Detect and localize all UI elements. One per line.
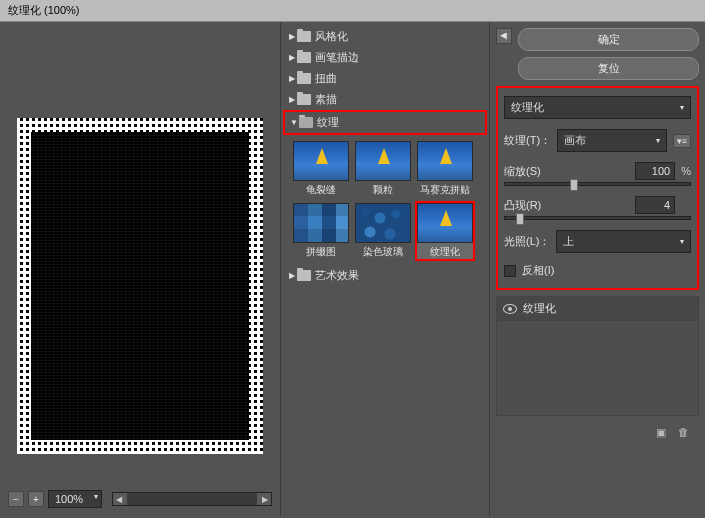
folder-icon <box>297 52 311 63</box>
light-row: 光照(L)： 上 ▾ <box>504 230 691 253</box>
visibility-eye-icon[interactable] <box>503 304 517 314</box>
top-buttons: ⯇ 确定 复位 <box>496 28 699 80</box>
category-distort[interactable]: ▶ 扭曲 <box>283 68 487 89</box>
thumb-image <box>293 141 349 181</box>
category-texture[interactable]: ▼ 纹理 <box>285 112 485 133</box>
thumb-label: 龟裂缝 <box>306 183 336 197</box>
delete-effect-layer-button[interactable]: 🗑 <box>678 426 689 439</box>
relief-slider[interactable] <box>504 216 691 220</box>
chevron-down-icon: ▾ <box>680 103 684 112</box>
thumb-image <box>417 141 473 181</box>
thumb-texturizer[interactable]: 纹理化 <box>415 201 475 261</box>
thumb-image <box>293 203 349 243</box>
light-value: 上 <box>563 234 574 249</box>
thumb-label: 染色玻璃 <box>363 245 403 259</box>
category-label: 纹理 <box>317 115 339 130</box>
preview-texture-border <box>17 118 263 454</box>
preview-pane: − + 100% ◀ ▶ <box>0 22 280 516</box>
twisty-icon: ▶ <box>287 53 297 62</box>
folder-icon <box>297 31 311 42</box>
effect-layers-panel: 纹理化 <box>496 296 699 416</box>
texture-value: 画布 <box>564 133 586 148</box>
zoom-value: 100% <box>55 493 83 505</box>
slider-handle[interactable] <box>516 213 524 225</box>
thumb-image <box>355 203 411 243</box>
preview-canvas[interactable] <box>4 86 276 486</box>
category-sketch[interactable]: ▶ 素描 <box>283 89 487 110</box>
relief-group: 凸现(R) 4 <box>504 196 691 220</box>
thumb-craquelure[interactable]: 龟裂缝 <box>291 139 351 199</box>
window-titlebar: 纹理化 (100%) <box>0 0 705 22</box>
chevron-down-icon: ▾ <box>656 136 660 145</box>
relief-input[interactable]: 4 <box>635 196 675 214</box>
texture-dropdown[interactable]: 画布 ▾ <box>557 129 667 152</box>
texture-row: 纹理(T)： 画布 ▾ ▾≡ <box>504 129 691 152</box>
thumb-label: 拼缀图 <box>306 245 336 259</box>
thumb-image <box>355 141 411 181</box>
main-area: − + 100% ◀ ▶ ▶ 风格化 ▶ 画笔描边 ▶ 扭曲 <box>0 22 705 516</box>
thumb-mosaic-tiles[interactable]: 马赛克拼贴 <box>415 139 475 199</box>
scale-group: 缩放(S) 100 % <box>504 162 691 186</box>
ok-reset-group: 确定 复位 <box>518 28 699 80</box>
preview-image <box>17 118 263 454</box>
twisty-icon: ▶ <box>287 271 297 280</box>
category-artistic[interactable]: ▶ 艺术效果 <box>283 265 487 286</box>
category-label: 扭曲 <box>315 71 337 86</box>
preview-scrollbar[interactable]: ◀ ▶ <box>112 492 272 506</box>
chevron-down-icon: ▾ <box>680 237 684 246</box>
filter-name-dropdown[interactable]: 纹理化 ▾ <box>504 96 691 119</box>
texture-menu-button[interactable]: ▾≡ <box>673 134 691 148</box>
ok-button[interactable]: 确定 <box>518 28 699 51</box>
category-label: 画笔描边 <box>315 50 359 65</box>
zoom-in-button[interactable]: + <box>28 491 44 507</box>
texture-category-highlight: ▼ 纹理 <box>283 110 487 135</box>
new-effect-layer-button[interactable]: ▣ <box>656 426 666 439</box>
effect-layer-row[interactable]: 纹理化 <box>497 297 698 321</box>
category-stylize[interactable]: ▶ 风格化 <box>283 26 487 47</box>
invert-checkbox[interactable] <box>504 265 516 277</box>
category-label: 风格化 <box>315 29 348 44</box>
settings-pane: ⯇ 确定 复位 纹理化 ▾ 纹理(T)： 画布 ▾ ▾≡ 缩放(S <box>490 22 705 516</box>
filter-browser-pane: ▶ 风格化 ▶ 画笔描边 ▶ 扭曲 ▶ 素描 ▼ 纹理 <box>280 22 490 516</box>
thumb-label: 马赛克拼贴 <box>420 183 470 197</box>
folder-icon <box>297 73 311 84</box>
texture-thumbnails: 龟裂缝 颗粒 马赛克拼贴 拼缀图 染色玻璃 纹理化 <box>283 135 487 265</box>
folder-icon <box>299 117 313 128</box>
twisty-icon: ▶ <box>287 74 297 83</box>
filter-settings-highlight: 纹理化 ▾ 纹理(T)： 画布 ▾ ▾≡ 缩放(S) 100 % <box>496 86 699 290</box>
category-label: 艺术效果 <box>315 268 359 283</box>
thumb-stained-glass[interactable]: 染色玻璃 <box>353 201 413 261</box>
invert-checkbox-row[interactable]: 反相(I) <box>504 263 691 278</box>
window-title: 纹理化 (100%) <box>8 4 80 16</box>
folder-icon <box>297 94 311 105</box>
scale-label: 缩放(S) <box>504 164 629 179</box>
thumb-image <box>417 203 473 243</box>
slider-handle[interactable] <box>570 179 578 191</box>
relief-label: 凸现(R) <box>504 198 629 213</box>
category-brush-strokes[interactable]: ▶ 画笔描边 <box>283 47 487 68</box>
scroll-left-icon: ◀ <box>116 495 122 504</box>
thumb-label: 颗粒 <box>373 183 393 197</box>
zoom-dropdown[interactable]: 100% <box>48 490 102 508</box>
effect-layer-name: 纹理化 <box>523 301 556 316</box>
reset-button[interactable]: 复位 <box>518 57 699 80</box>
thumb-label: 纹理化 <box>430 245 460 259</box>
preview-footer: − + 100% ◀ ▶ <box>4 486 276 512</box>
layers-footer: ▣ 🗑 <box>496 422 699 443</box>
collapse-toggle[interactable]: ⯇ <box>496 28 512 44</box>
texture-label: 纹理(T)： <box>504 133 551 148</box>
percent-sign: % <box>681 165 691 177</box>
scale-slider[interactable] <box>504 182 691 186</box>
thumb-grain[interactable]: 颗粒 <box>353 139 413 199</box>
invert-label: 反相(I) <box>522 263 554 278</box>
light-label: 光照(L)： <box>504 234 550 249</box>
light-dropdown[interactable]: 上 ▾ <box>556 230 691 253</box>
zoom-out-button[interactable]: − <box>8 491 24 507</box>
scale-input[interactable]: 100 <box>635 162 675 180</box>
filter-name-value: 纹理化 <box>511 100 544 115</box>
thumb-patchwork[interactable]: 拼缀图 <box>291 201 351 261</box>
twisty-icon: ▶ <box>287 32 297 41</box>
scroll-right-icon: ▶ <box>262 495 268 504</box>
folder-icon <box>297 270 311 281</box>
category-label: 素描 <box>315 92 337 107</box>
